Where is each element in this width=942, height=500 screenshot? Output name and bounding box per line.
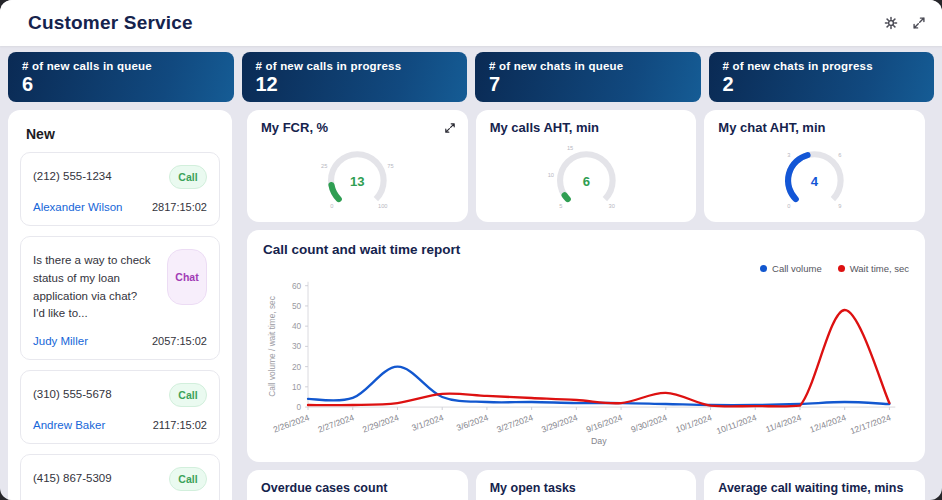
svg-text:9/16/2024: 9/16/2024	[585, 412, 624, 434]
svg-text:9: 9	[838, 203, 841, 209]
kpi-card-3: # of new chats in progress2	[709, 52, 935, 102]
svg-text:30: 30	[292, 341, 302, 351]
svg-text:13: 13	[350, 174, 365, 189]
svg-text:12/17/2024: 12/17/2024	[849, 412, 893, 436]
chat-message-preview: Is there a way to check status of my loa…	[33, 249, 151, 323]
svg-text:2/27/2024: 2/27/2024	[316, 412, 355, 434]
svg-text:40: 40	[292, 321, 302, 331]
gauge-chart: 03694	[718, 135, 911, 219]
gauge-card-2: My chat AHT, min03694	[704, 110, 925, 222]
call-wait-report-card: Call count and wait time report Call vol…	[247, 230, 925, 462]
call-badge: Call	[169, 165, 207, 189]
svg-text:0: 0	[788, 203, 791, 209]
kpi-label: # of new calls in queue	[22, 60, 220, 72]
svg-text:3: 3	[788, 152, 791, 158]
svg-text:9/30/2024: 9/30/2024	[629, 412, 668, 434]
phone-number: (310) 555-5678	[33, 383, 112, 404]
svg-text:12/4/2024: 12/4/2024	[808, 412, 847, 434]
new-queue-panel: New (212) 555-1234CallAlexander Wilson28…	[8, 110, 232, 500]
svg-text:6: 6	[838, 152, 841, 158]
svg-text:11/4/2024: 11/4/2024	[764, 412, 803, 434]
svg-text:10: 10	[547, 172, 553, 178]
gauge-title: My calls AHT, min	[490, 120, 683, 135]
phone-number: (415) 867-5309	[33, 467, 112, 488]
dashboard-window: Customer Service # of new calls in queue…	[0, 0, 942, 500]
svg-text:30: 30	[608, 203, 614, 209]
item-timer: 2057:15:02	[152, 335, 207, 347]
kpi-card-1: # of new calls in progress12	[242, 52, 468, 102]
bottom-card-title: My open tasks	[490, 481, 683, 495]
svg-text:50: 50	[292, 301, 302, 311]
svg-text:10/1/2024: 10/1/2024	[674, 412, 713, 434]
page-title: Customer Service	[28, 12, 870, 34]
svg-text:2/26/2024: 2/26/2024	[272, 412, 311, 434]
gauge-title: My chat AHT, min	[718, 120, 911, 135]
gauge-row: My FCR, %0257510013My calls AHT, min5101…	[247, 110, 925, 222]
kpi-row: # of new calls in queue6# of new calls i…	[0, 46, 942, 110]
svg-text:3/27/2024: 3/27/2024	[495, 412, 534, 434]
kpi-value: 6	[22, 73, 220, 96]
header: Customer Service	[0, 0, 942, 46]
gauge-chart: 51015306	[490, 135, 683, 219]
svg-text:0: 0	[297, 402, 302, 412]
item-timer: 2117:15:02	[153, 419, 207, 431]
bottom-card-1: My open tasks	[476, 470, 697, 500]
svg-text:75: 75	[387, 164, 393, 170]
item-timer: 2817:15:02	[152, 201, 207, 213]
svg-text:4: 4	[811, 174, 819, 189]
line-chart: 01020304050602/26/20242/27/20242/29/2024…	[263, 275, 909, 453]
svg-text:0: 0	[330, 203, 333, 209]
chat-badge: Chat	[167, 249, 207, 305]
svg-text:60: 60	[292, 281, 302, 291]
main-column: My FCR, %0257510013My calls AHT, min5101…	[247, 110, 925, 500]
content-row: New (212) 555-1234CallAlexander Wilson28…	[0, 110, 942, 500]
expand-icon[interactable]	[912, 16, 926, 30]
svg-text:100: 100	[378, 203, 388, 209]
svg-text:Day: Day	[591, 436, 607, 446]
gear-icon[interactable]	[884, 16, 898, 30]
legend-dot-blue	[760, 265, 767, 272]
svg-text:3/29/2024: 3/29/2024	[540, 412, 579, 434]
queue-item-3[interactable]: (415) 867-5309CallAlice Philips2117:15:0…	[20, 454, 220, 500]
call-badge: Call	[169, 383, 207, 407]
queue-item-1[interactable]: Is there a way to check status of my loa…	[20, 236, 220, 360]
legend-item-wait-time[interactable]: Wait time, sec	[838, 261, 909, 275]
kpi-value: 2	[723, 73, 921, 96]
kpi-card-2: # of new chats in queue7	[475, 52, 701, 102]
queue-list: (212) 555-1234CallAlexander Wilson2817:1…	[20, 152, 220, 500]
bottom-card-0: Overdue cases count	[247, 470, 468, 500]
legend-dot-red	[838, 265, 845, 272]
svg-text:10/11/2024: 10/11/2024	[715, 412, 758, 436]
svg-text:20: 20	[292, 362, 302, 372]
gauge-chart: 0257510013	[261, 135, 454, 219]
svg-text:25: 25	[321, 164, 327, 170]
svg-text:5: 5	[559, 203, 562, 209]
legend-label: Call volume	[772, 263, 822, 274]
svg-text:15: 15	[567, 145, 573, 151]
contact-name-link[interactable]: Andrew Baker	[33, 419, 105, 431]
bottom-card-row: Overdue cases countMy open tasksAverage …	[247, 470, 925, 500]
kpi-label: # of new chats in progress	[723, 60, 921, 72]
contact-name-link[interactable]: Alexander Wilson	[33, 201, 122, 213]
kpi-label: # of new calls in progress	[256, 60, 454, 72]
legend-item-call-volume[interactable]: Call volume	[760, 261, 822, 275]
bottom-card-2: Average call waiting time, mins	[704, 470, 925, 500]
kpi-value: 12	[256, 73, 454, 96]
kpi-card-0: # of new calls in queue6	[8, 52, 234, 102]
contact-name-link[interactable]: Judy Miller	[33, 335, 88, 347]
svg-text:10: 10	[292, 382, 302, 392]
bottom-card-title: Overdue cases count	[261, 481, 454, 495]
call-badge: Call	[169, 467, 207, 491]
queue-item-2[interactable]: (310) 555-5678CallAndrew Baker2117:15:02	[20, 370, 220, 444]
legend-label: Wait time, sec	[850, 263, 909, 274]
svg-text:3/6/2024: 3/6/2024	[455, 412, 490, 433]
bottom-card-title: Average call waiting time, mins	[718, 481, 911, 495]
phone-number: (212) 555-1234	[33, 165, 112, 186]
expand-icon[interactable]	[444, 122, 456, 134]
queue-item-0[interactable]: (212) 555-1234CallAlexander Wilson2817:1…	[20, 152, 220, 226]
svg-text:2/29/2024: 2/29/2024	[361, 412, 400, 434]
queue-panel-title: New	[20, 124, 220, 152]
gauge-card-1: My calls AHT, min51015306	[476, 110, 697, 222]
svg-text:6: 6	[582, 174, 589, 189]
chart-title: Call count and wait time report	[263, 242, 909, 257]
